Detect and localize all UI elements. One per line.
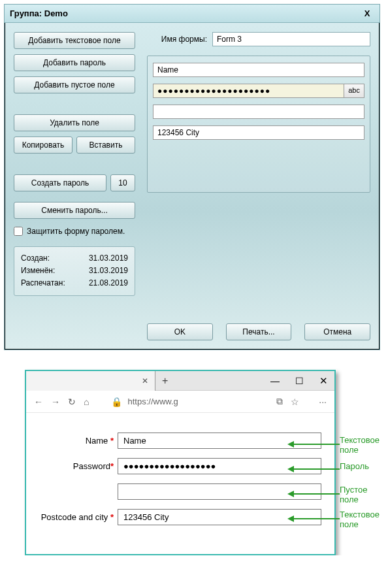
fields-container: abc xyxy=(147,56,370,193)
home-icon[interactable]: ⌂ xyxy=(84,397,89,407)
close-button[interactable]: X xyxy=(356,7,378,20)
delete-field-button[interactable]: Удалить поле xyxy=(14,114,135,131)
tab-close-icon[interactable]: ✕ xyxy=(142,376,148,385)
protect-label: Защитить форму паролем. xyxy=(27,227,125,236)
password-length-button[interactable]: 10 xyxy=(110,174,135,191)
ok-button[interactable]: OK xyxy=(147,323,213,340)
form-name-label: Имя формы: xyxy=(147,35,207,44)
changed-date: 31.03.2019 xyxy=(89,265,128,277)
new-tab-button[interactable]: + xyxy=(162,375,168,387)
field-1-input[interactable] xyxy=(153,63,364,77)
form-name-input[interactable] xyxy=(212,32,370,46)
copy-button[interactable]: Копировать xyxy=(14,137,73,154)
browser-window: ✕ + — ☐ ✕ ← → ↻ ⌂ 🔒 https://www.g ⧉ ☆ ··… xyxy=(25,370,336,555)
name-label: Name * xyxy=(33,436,118,446)
url-text[interactable]: https://www.g xyxy=(127,397,178,406)
reload-icon[interactable]: ↻ xyxy=(68,397,76,407)
reveal-password-button[interactable]: abc xyxy=(344,84,364,98)
maximize-icon[interactable]: ☐ xyxy=(295,376,304,386)
cancel-button[interactable]: Отмена xyxy=(304,323,370,340)
add-text-field-button[interactable]: Добавить текстовое поле xyxy=(14,32,135,49)
field-3-input[interactable] xyxy=(153,105,364,119)
add-empty-field-button[interactable]: Добавить пустое поле xyxy=(14,76,135,93)
form-editor-dialog: Группа: Demo X Добавить текстовое поле Д… xyxy=(4,4,380,350)
required-asterisk: * xyxy=(110,461,114,471)
window-close-icon[interactable]: ✕ xyxy=(319,375,328,387)
required-asterisk: * xyxy=(110,512,114,522)
change-password-button[interactable]: Сменить пароль... xyxy=(14,202,135,219)
callout-empty-field: Пустое поле xyxy=(340,485,367,504)
created-label: Создан: xyxy=(21,252,50,265)
browser-tab[interactable]: ✕ xyxy=(26,371,155,391)
printed-date: 21.08.2019 xyxy=(89,277,128,289)
printed-label: Распечатан: xyxy=(21,277,65,289)
minimize-icon[interactable]: — xyxy=(270,376,280,386)
lock-icon: 🔒 xyxy=(111,397,122,407)
field-4-input[interactable] xyxy=(153,125,364,140)
created-date: 31.03.2019 xyxy=(89,252,128,265)
changed-label: Изменён: xyxy=(21,265,55,277)
forward-icon[interactable]: → xyxy=(51,397,60,407)
field-2-password-input[interactable] xyxy=(153,84,344,98)
metadata-box: Создан:31.03.2019 Изменён:31.03.2019 Рас… xyxy=(14,246,135,296)
postcode-label: Postcode and city * xyxy=(33,512,118,522)
callout-password: Пароль xyxy=(340,461,369,471)
callout-text-field: Текстовое поле xyxy=(340,435,380,455)
paste-button[interactable]: Вставить xyxy=(76,137,135,154)
titlebar: Группа: Demo X xyxy=(5,5,380,23)
more-icon[interactable]: ··· xyxy=(319,397,327,407)
required-asterisk: * xyxy=(110,436,114,446)
protect-checkbox[interactable] xyxy=(14,227,23,236)
add-password-button[interactable]: Добавить пароль xyxy=(14,54,135,71)
generate-password-button[interactable]: Создать пароль xyxy=(14,174,106,191)
favorite-icon[interactable]: ☆ xyxy=(291,397,299,407)
callout-text-field-2: Текстовое поле xyxy=(340,510,380,529)
reading-icon[interactable]: ⧉ xyxy=(276,396,283,407)
back-icon[interactable]: ← xyxy=(34,397,43,407)
dialog-title: Группа: Demo xyxy=(10,8,68,18)
password-label: Password* xyxy=(33,461,118,471)
print-button[interactable]: Печать... xyxy=(226,323,292,340)
